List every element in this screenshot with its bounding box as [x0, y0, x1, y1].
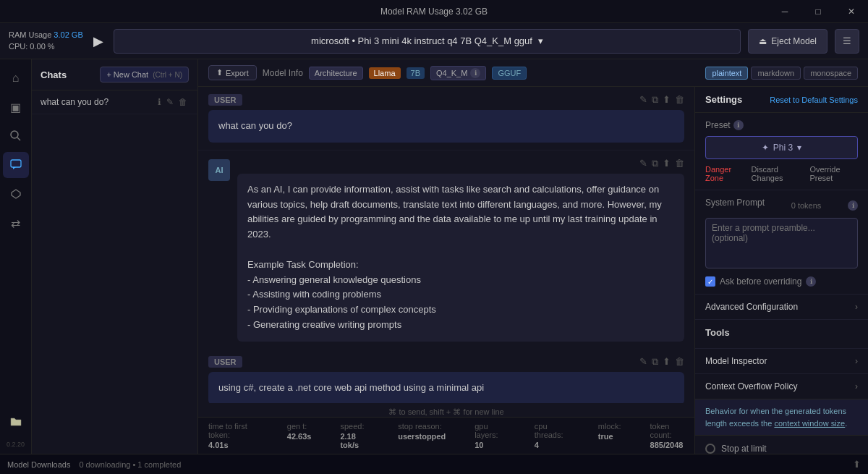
- stat-first-token: time to first token: 4.01s: [208, 422, 258, 449]
- stat-gpu-layers: gpu layers: 10: [475, 422, 506, 449]
- first-token-label: time to first token:: [208, 422, 258, 439]
- message-header-2: USER ✎ ⧉ ⬆ 🗑: [208, 356, 684, 368]
- messages-container: USER ✎ ⧉ ⬆ 🗑 what can you do? AI: [198, 87, 694, 403]
- radio-stop-label: Stop at limit: [721, 443, 767, 454]
- danger-zone-link[interactable]: Danger Zone: [705, 165, 746, 182]
- chat-edit-button[interactable]: ✎: [165, 96, 175, 108]
- ai-share-button[interactable]: ⬆: [663, 158, 671, 169]
- menu-bar: RAM Usage 3.02 GB CPU: 0.00 % ▶ microsof…: [0, 23, 868, 59]
- svg-line-1: [17, 137, 20, 140]
- stat-token-count: token count: 885/2048: [650, 422, 684, 449]
- ask-before-checkbox[interactable]: ✓: [705, 276, 715, 287]
- model-inspector-row[interactable]: Model Inspector ›: [695, 349, 868, 374]
- eject-model-button[interactable]: ⏏ Eject Model: [748, 29, 827, 54]
- sidebar-item-folder[interactable]: [3, 409, 29, 435]
- close-button[interactable]: ✕: [835, 0, 868, 23]
- model-downloads-label[interactable]: Model Downloads: [7, 460, 70, 469]
- gen-time-value: 42.63s: [287, 432, 312, 441]
- ai-edit-button[interactable]: ✎: [639, 158, 647, 169]
- edit-message-button[interactable]: ✎: [639, 94, 647, 106]
- override-preset-link[interactable]: Override Preset: [809, 165, 858, 182]
- sidebar-item-transfer[interactable]: ⇄: [3, 210, 29, 236]
- radio-stop-button[interactable]: [705, 444, 715, 454]
- ai-content-area: ✎ ⧉ ⬆ 🗑 As an AI, I can provide informat…: [237, 158, 684, 342]
- stat-mlock: mlock: true: [598, 422, 621, 449]
- preset-selector[interactable]: ✦ Phi 3 ▾: [705, 136, 858, 159]
- title-text: Model RAM Usage 3.02 GB: [380, 7, 488, 17]
- format-monospace-button[interactable]: monospace: [804, 67, 858, 80]
- sidebar-item-home[interactable]: ⌂: [3, 65, 29, 91]
- sidebar-item-search[interactable]: [3, 123, 29, 149]
- chat-item-actions: ℹ ✎ 🗑: [156, 96, 189, 108]
- settings-panel: Settings Reset to Default Settings Prese…: [694, 87, 868, 454]
- discard-changes-link[interactable]: Discard Changes: [752, 165, 804, 182]
- chat-delete-button[interactable]: 🗑: [177, 96, 189, 108]
- message-block-user-1: USER ✎ ⧉ ⬆ 🗑 what can you do?: [198, 87, 694, 151]
- share-message-button[interactable]: ⬆: [663, 94, 671, 106]
- user-role-badge: USER: [208, 94, 242, 106]
- user-message-content-1: what can you do?: [208, 110, 684, 143]
- ask-before-info-icon[interactable]: ℹ: [806, 276, 816, 287]
- ai-copy-button[interactable]: ⧉: [652, 158, 658, 169]
- model-inspector-label: Model Inspector: [705, 356, 767, 366]
- delete-message-button-2[interactable]: 🗑: [675, 356, 684, 368]
- model-info-label: Model Info: [263, 68, 303, 78]
- sidebar-item-models[interactable]: [3, 181, 29, 207]
- version-label: 0.2.20: [7, 441, 25, 448]
- message-actions-2: ✎ ⧉ ⬆ 🗑: [639, 356, 684, 368]
- delete-message-button[interactable]: 🗑: [675, 94, 684, 106]
- format-plaintext-button[interactable]: plaintext: [705, 67, 748, 80]
- advanced-config-chevron: ›: [855, 302, 858, 312]
- cpu-value: 0.00 %: [30, 42, 54, 51]
- ram-value: 3.02 GB: [54, 30, 82, 39]
- context-window-link[interactable]: context window size: [774, 419, 845, 428]
- chat-item-text: what can you do?: [41, 97, 152, 107]
- chat-info-button[interactable]: ℹ: [156, 96, 163, 108]
- sidebar-item-toggle[interactable]: ▣: [3, 94, 29, 120]
- quant-info-icon[interactable]: ℹ: [470, 68, 480, 78]
- maximize-button[interactable]: □: [801, 0, 835, 23]
- edit-message-button-2[interactable]: ✎: [639, 356, 647, 368]
- new-chat-button[interactable]: + New Chat (Ctrl + N): [100, 67, 189, 82]
- model-selector[interactable]: microsoft • Phi 3 mini 4k instruct q4 7B…: [114, 29, 741, 54]
- svg-marker-3: [12, 190, 20, 198]
- chat-item[interactable]: what can you do? ℹ ✎ 🗑: [32, 90, 197, 114]
- ai-delete-button[interactable]: 🗑: [675, 158, 684, 169]
- eject-label: Eject Model: [771, 36, 817, 46]
- first-token-value: 4.01s: [208, 441, 258, 449]
- input-hint: ⌘ to send, shift + ⌘ for new line: [198, 407, 694, 417]
- arch-type-badge: Llama: [369, 67, 401, 79]
- share-message-button-2[interactable]: ⬆: [663, 356, 671, 368]
- message-block-user-2: USER ✎ ⧉ ⬆ 🗑 using c#, create a .net cor…: [198, 349, 694, 403]
- copy-message-button-2[interactable]: ⧉: [652, 356, 658, 368]
- bottom-bar: Model Downloads 0 downloading • 1 comple…: [0, 454, 868, 474]
- ask-before-label: Ask before overriding: [720, 276, 801, 287]
- chat-main: ⬆ Export Model Info Architecture Llama 7…: [198, 59, 868, 454]
- token-count-value: 885/2048: [650, 441, 684, 449]
- sidebar-item-chat[interactable]: [3, 152, 29, 178]
- export-button[interactable]: ⬆ Export: [208, 65, 257, 80]
- advanced-config-row[interactable]: Advanced Configuration ›: [695, 295, 868, 320]
- bottom-expand-button[interactable]: ⬆: [853, 459, 861, 470]
- architecture-badge: Architecture: [309, 67, 363, 80]
- minimize-button[interactable]: ─: [768, 0, 801, 23]
- copy-message-button[interactable]: ⧉: [652, 94, 658, 106]
- radio-stop-at-limit: Stop at limit: [705, 443, 858, 454]
- cursor-indicator: ▶: [93, 33, 103, 49]
- format-buttons: plaintext markdown monospace: [705, 67, 858, 80]
- user-message-content-2: using c#, create a .net core web api met…: [208, 372, 684, 403]
- system-prompt-info-icon[interactable]: ℹ: [848, 200, 858, 211]
- sidebar: ⌂ ▣ ⇄ 0.2.20: [0, 59, 32, 454]
- reset-settings-button[interactable]: Reset to Default Settings: [770, 96, 858, 104]
- gen-time-label: gen t:: [287, 422, 312, 431]
- chats-header: Chats + New Chat (Ctrl + N): [32, 59, 197, 90]
- preset-info-icon[interactable]: ℹ: [733, 120, 744, 130]
- format-markdown-button[interactable]: markdown: [751, 67, 801, 80]
- hamburger-button[interactable]: ☰: [835, 29, 859, 54]
- context-overflow-row[interactable]: Context Overflow Policy ›: [695, 374, 868, 399]
- danger-zone-row: Danger Zone Discard Changes Override Pre…: [705, 165, 858, 182]
- system-prompt-textarea[interactable]: [705, 218, 858, 268]
- size-badge: 7B: [407, 67, 425, 79]
- download-status: 0 downloading • 1 completed: [79, 460, 181, 469]
- dropdown-icon: ▾: [538, 35, 543, 46]
